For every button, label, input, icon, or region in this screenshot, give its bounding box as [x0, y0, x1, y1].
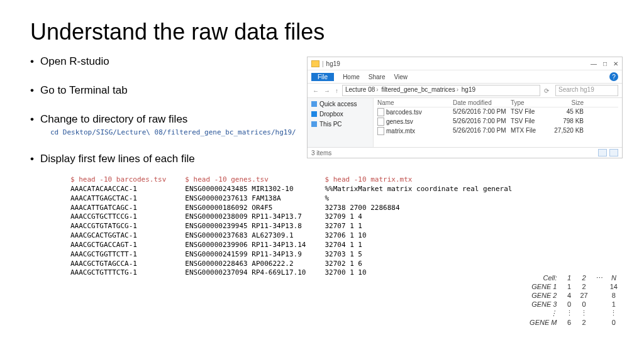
minimize-icon[interactable]: —	[591, 60, 597, 67]
pc-icon	[311, 121, 317, 127]
bullet-item: Open R-studio	[30, 55, 319, 68]
col-size[interactable]: Size	[546, 99, 584, 106]
view-details-icon[interactable]	[598, 149, 607, 156]
sidebar-item-label: Dropbox	[319, 111, 343, 118]
terminal-body: ENSG00000243485 MIR1302-10 ENSG000002376…	[185, 185, 306, 278]
matrix-cell: ⋮	[577, 309, 592, 318]
star-icon	[311, 101, 317, 107]
help-icon[interactable]: ?	[609, 72, 618, 81]
bullet-item: Change to directory of raw files cd Desk…	[30, 113, 319, 136]
matrix-cell: 27	[577, 291, 592, 300]
explorer-address-bar: ← → ↑ Lecture 08› filtered_gene_bc_matri…	[308, 84, 622, 98]
col-name[interactable]: Name	[377, 99, 453, 106]
matrix-diagram: Cell: 1 2 ⋯ N GENE 11214 GENE 24278 GENE…	[526, 273, 621, 327]
col-date[interactable]: Date modified	[453, 99, 511, 106]
terminal-command: $ head -10 matrix.mtx	[325, 175, 512, 185]
file-size: 45 KB	[546, 108, 584, 116]
refresh-icon[interactable]: ⟳	[543, 87, 550, 94]
forward-icon[interactable]: →	[323, 87, 331, 94]
folder-icon	[311, 60, 319, 67]
breadcrumb-item[interactable]: hg19	[462, 86, 475, 93]
matrix-cell	[592, 282, 606, 291]
matrix-cell: 0	[562, 300, 577, 309]
search-input[interactable]: Search hg19	[555, 85, 618, 96]
file-type: TSV File	[511, 108, 546, 116]
ribbon-home-tab[interactable]: Home	[343, 74, 360, 80]
bullet-text: Change to directory of raw files	[40, 113, 187, 125]
terminal-matrix: $ head -10 matrix.mtx %%MatrixMarket mat…	[325, 175, 512, 278]
file-row[interactable]: barcodes.tsv 5/26/2016 7:00 PM TSV File …	[377, 107, 618, 117]
terminal-genes: $ head -10 genes.tsv ENSG00000243485 MIR…	[185, 175, 306, 278]
matrix-cell: 2	[577, 282, 592, 291]
explorer-titlebar: | hg19 — □ ✕	[308, 57, 622, 70]
sidebar-item-this-pc[interactable]: This PC	[311, 121, 369, 128]
window-title: hg19	[326, 60, 340, 67]
matrix-cell: ⋮	[606, 309, 621, 318]
matrix-cell: ⋮	[562, 309, 577, 318]
matrix-cell: 8	[606, 291, 621, 300]
breadcrumb[interactable]: Lecture 08› filtered_gene_bc_matrices› h…	[342, 85, 540, 96]
terminal-barcodes: $ head -10 barcodes.tsv AAACATACAACCAC-1…	[70, 175, 166, 278]
matrix-cell: 1	[562, 282, 577, 291]
explorer-sidebar: Quick access Dropbox This PC	[308, 98, 374, 147]
matrix-cell	[592, 300, 606, 309]
sidebar-item-label: Quick access	[319, 101, 357, 107]
maximize-icon[interactable]: □	[603, 60, 607, 67]
dropbox-icon	[311, 111, 317, 117]
matrix-row-label: GENE 1	[526, 282, 562, 291]
file-date: 5/26/2016 7:00 PM	[453, 127, 511, 135]
up-icon[interactable]: ↑	[334, 87, 340, 94]
terminal-output-group: $ head -10 barcodes.tsv AAACATACAACCAC-1…	[70, 175, 614, 278]
file-date: 5/26/2016 7:00 PM	[453, 118, 511, 126]
breadcrumb-item[interactable]: Lecture 08	[345, 86, 375, 93]
matrix-row-label: GENE M	[526, 318, 562, 327]
matrix-cell: 4	[562, 291, 577, 300]
matrix-cell	[592, 318, 606, 327]
ribbon-view-tab[interactable]: View	[394, 74, 408, 80]
slide-title: Understand the raw data files	[30, 19, 614, 45]
file-explorer-window: ? | hg19 — □ ✕ File Home Share View ← → …	[307, 57, 623, 158]
close-icon[interactable]: ✕	[613, 60, 618, 67]
explorer-status-bar: 3 items	[308, 147, 622, 158]
terminal-command: $ head -10 barcodes.tsv	[70, 175, 166, 185]
ribbon-file-tab[interactable]: File	[311, 73, 334, 81]
matrix-cell: 0	[606, 318, 621, 327]
titlebar-separator: |	[322, 60, 324, 67]
terminal-body: AAACATACAACCAC-1 AAACATTGAGCTAC-1 AAACAT…	[70, 185, 166, 278]
item-count: 3 items	[311, 150, 331, 156]
file-type: TSV File	[511, 118, 546, 126]
file-size: 798 KB	[546, 118, 584, 126]
file-icon	[377, 108, 384, 116]
bullet-list: Open R-studio Go to Terminal tab Change …	[30, 55, 319, 165]
matrix-col: N	[606, 273, 621, 282]
file-date: 5/26/2016 7:00 PM	[453, 108, 511, 116]
terminal-body: %%MatrixMarket matrix coordinate real ge…	[325, 185, 512, 278]
matrix-col: ⋯	[592, 273, 606, 282]
col-type[interactable]: Type	[511, 99, 546, 106]
explorer-ribbon: File Home Share View	[308, 70, 622, 84]
file-icon	[377, 127, 384, 135]
matrix-cell: 6	[562, 318, 577, 327]
matrix-cell: 14	[606, 282, 621, 291]
file-name: matrix.mtx	[386, 128, 415, 134]
file-row[interactable]: matrix.mtx 5/26/2016 7:00 PM MTX File 27…	[377, 126, 618, 136]
view-icons-icon[interactable]	[609, 149, 618, 156]
matrix-cell: 0	[577, 300, 592, 309]
column-headers: Name Date modified Type Size	[377, 99, 618, 107]
chevron-right-icon: ›	[376, 86, 378, 93]
matrix-row-label: ⋮	[526, 309, 562, 318]
file-name: barcodes.tsv	[386, 109, 422, 116]
matrix-col: 2	[577, 273, 592, 282]
file-row[interactable]: genes.tsv 5/26/2016 7:00 PM TSV File 798…	[377, 117, 618, 126]
bullet-item: Display first few lines of each file	[30, 153, 319, 165]
ribbon-share-tab[interactable]: Share	[369, 74, 386, 80]
sidebar-item-label: This PC	[319, 121, 342, 128]
terminal-command: $ head -10 genes.tsv	[185, 175, 306, 185]
breadcrumb-item[interactable]: filtered_gene_bc_matrices	[381, 86, 455, 93]
matrix-corner: Cell:	[526, 273, 562, 282]
sidebar-item-dropbox[interactable]: Dropbox	[311, 111, 369, 118]
back-icon[interactable]: ←	[311, 87, 320, 94]
chevron-right-icon: ›	[457, 86, 458, 93]
sidebar-item-quick-access[interactable]: Quick access	[311, 101, 369, 107]
matrix-cell: 2	[577, 318, 592, 327]
